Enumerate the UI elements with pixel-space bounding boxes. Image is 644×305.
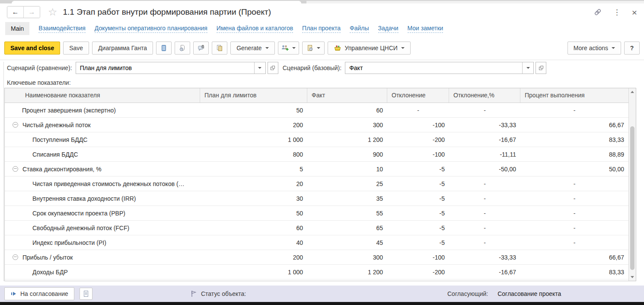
help-button[interactable]: ?	[624, 42, 640, 55]
value-cell: -	[387, 107, 449, 114]
tab-operational-planning-documents[interactable]: Документы оперативного планирования	[95, 25, 207, 33]
scenario-compare-dropdown[interactable]	[254, 62, 265, 74]
value-cell: 45	[307, 239, 387, 246]
tab-files[interactable]: Файлы	[350, 25, 369, 33]
table-row[interactable]: Списания БДДС800900-100-11,1188,89	[5, 147, 628, 162]
group-rule	[3, 62, 4, 281]
copy-button[interactable]	[212, 42, 227, 55]
indicator-name: Чистая приведенная стоимость денежных по…	[32, 180, 185, 187]
col-header-deviation-pct[interactable]: Отклонение,%	[449, 88, 520, 103]
chevron-down-icon	[292, 47, 296, 49]
value-cell: 55	[307, 210, 387, 217]
register-button[interactable]	[156, 42, 172, 55]
table-row[interactable]: Срок окупаемости проекта (PBP)5055-5--	[5, 206, 628, 221]
table-row[interactable]: Доходы БДР1 0001 200-200-16,6783,33	[5, 265, 628, 279]
assign-performers-button[interactable]	[278, 42, 299, 55]
col-header-fact[interactable]: Факт	[307, 88, 387, 103]
forward-button[interactable]: →	[23, 6, 40, 18]
col-header-completion-pct[interactable]: Процент выполнения	[520, 88, 628, 103]
tab-tasks[interactable]: Задачи	[378, 25, 399, 33]
value-cell: -	[449, 180, 520, 187]
history-button[interactable]	[175, 42, 190, 55]
scroll-down-arrow[interactable]	[629, 273, 636, 281]
send-to-approval-button[interactable]: На согласование	[4, 287, 74, 300]
gantt-chart-button[interactable]: Диаграмма Ганта	[92, 42, 153, 55]
table-row[interactable]: Внутренняя ставка доходности (IRR)3035-5…	[5, 191, 628, 206]
col-header-deviation[interactable]: Отклонение	[387, 88, 449, 103]
tab-main[interactable]: Main	[5, 22, 29, 35]
favorite-star-icon[interactable]: ☆	[48, 7, 57, 17]
value-cell: -	[520, 210, 628, 217]
value-cell: 5	[200, 166, 307, 173]
save-and-close-button[interactable]: Save and close	[4, 42, 60, 55]
history-nav-group: ← →	[7, 6, 40, 18]
table-row[interactable]: Ставка дисконтирования, %510-5-50,0050,0…	[5, 162, 628, 177]
planning-document-button[interactable]	[302, 42, 325, 55]
value-cell: 65	[307, 225, 387, 231]
scenario-compare-input[interactable]: План для лимитов	[76, 62, 266, 74]
indicator-name-cell: Поступления БДДС	[5, 136, 200, 143]
tab-file-names[interactable]: Имена файлов и каталогов	[217, 25, 293, 33]
table-body: Процент завершения (экспертно)5060---Чис…	[5, 103, 628, 281]
close-icon[interactable]: ×	[632, 8, 637, 17]
value-cell: -100	[387, 122, 449, 128]
people-plus-icon	[281, 45, 289, 51]
table-row[interactable]: Индекс прибыльности (PI)4045-5--	[5, 235, 628, 250]
approver-label: Согласующий:	[447, 290, 488, 297]
table-header-row: Наименование показателя План для лимитов…	[5, 88, 628, 103]
value-cell: 50	[200, 210, 307, 217]
scenario-compare-open-button[interactable]	[268, 62, 278, 74]
collapse-icon[interactable]	[13, 122, 18, 128]
scrollbar-thumb[interactable]	[630, 126, 634, 270]
col-header-name[interactable]: Наименование показателя	[5, 88, 200, 103]
scenario-compare-value: План для лимитов	[76, 64, 254, 71]
save-button[interactable]: Save	[63, 42, 89, 55]
object-status-label: Статус объекта:	[201, 290, 246, 297]
chevron-down-icon	[612, 47, 615, 49]
more-actions-button[interactable]: More actions	[567, 42, 621, 55]
table-row[interactable]: Расходы БДР800900-100-11,1188,89	[5, 279, 628, 281]
page-title: 1.1 Этап работ внутри формирования парти…	[63, 7, 271, 17]
table-row[interactable]: Прибыль / убыток200300-100-33,3366,67	[5, 250, 628, 265]
value-cell: -5	[387, 239, 449, 246]
table-row[interactable]: Свободный денежный поток (FCF)6065-5--	[5, 221, 628, 235]
menu-dots-icon[interactable]: ⋮	[613, 8, 621, 17]
col-header-plan[interactable]: План для лимитов	[200, 88, 307, 103]
vertical-scrollbar[interactable]	[628, 88, 636, 281]
value-cell: -33,33	[449, 122, 520, 128]
approval-list-button[interactable]	[80, 288, 92, 300]
copy-documents-icon	[216, 45, 223, 51]
scenario-base-input[interactable]: Факт	[345, 62, 534, 74]
collapse-icon[interactable]	[13, 166, 18, 172]
cnsi-management-button[interactable]: Управление ЦНСИ	[328, 42, 411, 55]
link-icon[interactable]	[593, 8, 602, 16]
indicator-name-cell: Списания БДДС	[5, 151, 200, 158]
generate-button[interactable]: Generate	[230, 42, 274, 55]
tab-project-plan[interactable]: План проекта	[302, 25, 341, 33]
table-row[interactable]: Чистая приведенная стоимость денежных по…	[5, 177, 628, 191]
scroll-up-arrow[interactable]	[629, 88, 636, 96]
value-cell: -	[520, 107, 628, 114]
scenario-base-open-button[interactable]	[536, 62, 546, 74]
back-button[interactable]: ←	[7, 6, 23, 18]
table-row[interactable]: Поступления БДДС1 0001 200-200-16,6783,3…	[5, 132, 628, 147]
value-cell: -100	[387, 151, 449, 158]
table-row[interactable]: Чистый денежный поток200300-100-33,3366,…	[5, 118, 628, 132]
value-cell: 1 000	[200, 136, 307, 143]
indicator-name: Ставка дисконтирования, %	[22, 166, 102, 173]
form-area: Сценарий (сравнение): План для лимитов С…	[0, 60, 644, 283]
value-cell: 83,33	[520, 136, 628, 143]
indicator-name: Индекс прибыльности (PI)	[32, 239, 106, 246]
tab-interactions[interactable]: Взаимодействия	[38, 25, 86, 33]
value-cell: -	[449, 225, 520, 231]
scenario-base-label: Сценарий (базовый):	[283, 64, 342, 71]
table-row[interactable]: Процент завершения (экспертно)5060---	[5, 103, 628, 118]
collapse-icon[interactable]	[13, 254, 18, 260]
title-bar-actions: ⋮ ×	[593, 8, 637, 17]
discussion-button[interactable]	[193, 42, 209, 55]
value-cell: -16,67	[449, 269, 520, 276]
value-cell: 66,67	[520, 122, 628, 128]
scenario-base-dropdown[interactable]	[522, 62, 533, 74]
scenario-row: Сценарий (сравнение): План для лимитов С…	[7, 61, 546, 74]
tab-my-notes[interactable]: Мои заметки	[408, 25, 443, 33]
